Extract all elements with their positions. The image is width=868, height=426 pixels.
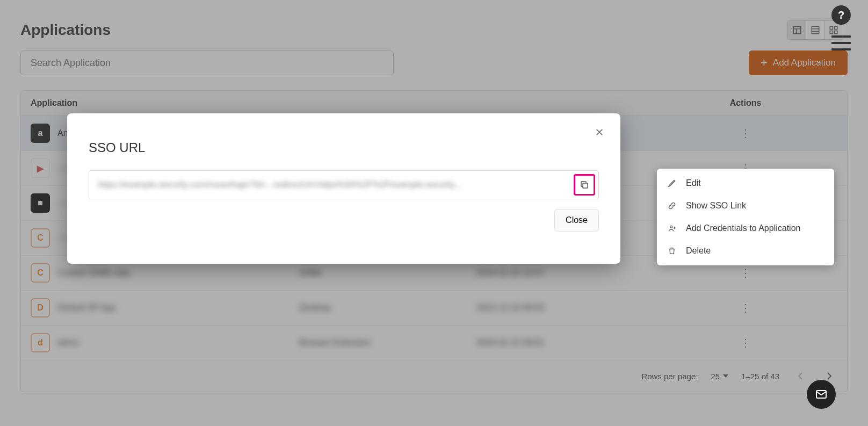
sso-url-value[interactable]: https://example.security.com/moas/login?…	[98, 180, 574, 190]
close-button[interactable]: Close	[554, 209, 599, 232]
pencil-icon	[667, 179, 677, 187]
sso-url-field: https://example.security.com/moas/login?…	[89, 170, 599, 199]
menu-item-add-credentials[interactable]: Add Credentials to Application	[657, 217, 834, 240]
link-icon	[667, 201, 677, 210]
copy-url-button[interactable]	[574, 174, 595, 196]
menu-item-edit[interactable]: Edit	[657, 172, 834, 194]
copy-icon	[580, 180, 589, 190]
svg-point-10	[670, 226, 672, 228]
contact-button[interactable]	[807, 380, 836, 409]
person-add-icon	[667, 224, 677, 233]
sso-url-modal: SSO URL https://example.security.com/moa…	[67, 113, 620, 264]
help-icon: ?	[838, 9, 844, 21]
mail-icon	[815, 388, 828, 401]
svg-rect-11	[583, 183, 588, 188]
help-button[interactable]: ?	[831, 5, 851, 25]
modal-close-button[interactable]	[591, 124, 607, 140]
trash-icon	[667, 247, 677, 255]
close-icon	[595, 127, 604, 137]
menu-item-delete[interactable]: Delete	[657, 240, 834, 262]
hamburger-menu-button[interactable]	[831, 35, 851, 50]
menu-item-show-sso[interactable]: Show SSO Link	[657, 194, 834, 217]
row-context-menu: Edit Show SSO Link Add Credentials to Ap…	[657, 169, 834, 265]
modal-title: SSO URL	[89, 140, 599, 155]
